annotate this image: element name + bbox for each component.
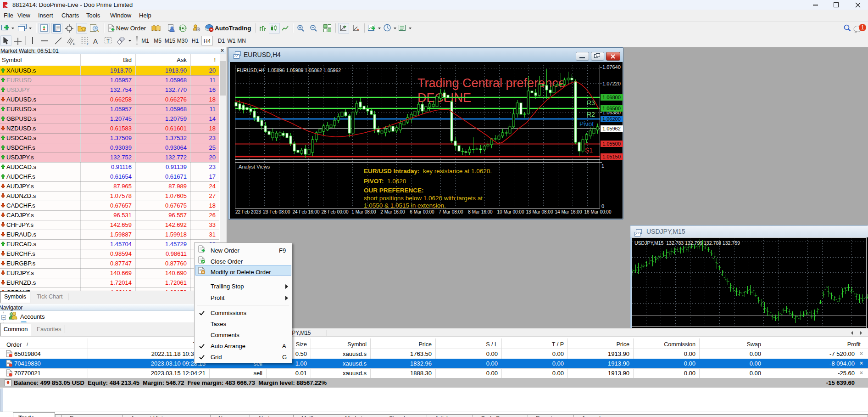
svg-text:F: F [87,42,89,45]
svg-text:E: E [73,42,75,45]
svg-text:T: T [106,38,110,44]
svg-text:1: 1 [861,24,864,31]
